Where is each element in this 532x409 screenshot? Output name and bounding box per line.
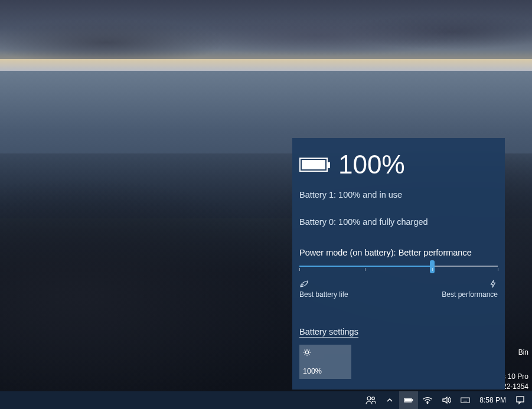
svg-rect-22 <box>517 397 524 402</box>
leaf-icon <box>299 280 309 288</box>
battery-tray-icon[interactable] <box>399 391 418 409</box>
svg-line-7 <box>305 354 305 355</box>
battery-0-status: Battery 0: 100% and fully charged <box>299 217 498 227</box>
brightness-icon <box>303 348 311 356</box>
svg-line-8 <box>309 350 309 351</box>
taskbar: 8:58 PM <box>0 391 532 409</box>
svg-point-10 <box>372 397 375 400</box>
power-mode-slider[interactable] <box>299 266 498 267</box>
brightness-value: 100% <box>303 367 348 375</box>
recycle-bin-label[interactable]: Bin <box>518 348 528 356</box>
brightness-tile[interactable]: 100% <box>299 345 351 379</box>
bolt-icon <box>488 280 498 288</box>
slider-left-label: Best battery life <box>299 280 348 299</box>
svg-line-5 <box>305 350 305 351</box>
svg-line-6 <box>309 354 309 355</box>
best-performance-label: Best performance <box>442 290 498 299</box>
slider-right-label: Best performance <box>442 280 498 299</box>
battery-1-status: Battery 1: 100% and in use <box>299 190 498 199</box>
action-center-icon[interactable] <box>511 391 530 409</box>
power-mode-label: Power mode (on battery): Better performa… <box>299 248 498 257</box>
windows-build-text: 22-1354 <box>502 382 528 391</box>
battery-settings-link[interactable]: Battery settings <box>299 327 358 338</box>
keyboard-icon[interactable] <box>456 391 475 409</box>
battery-flyout: 100% Battery 1: 100% and in use Battery … <box>292 138 505 390</box>
svg-point-0 <box>305 351 308 354</box>
system-tray: 8:58 PM <box>361 391 530 409</box>
windows-edition-text: s 10 Pro <box>502 372 528 381</box>
svg-point-14 <box>427 403 428 404</box>
battery-percent: 100% <box>338 150 405 179</box>
svg-point-9 <box>367 397 371 400</box>
people-icon[interactable] <box>361 391 380 409</box>
battery-header: 100% <box>299 150 498 179</box>
volume-icon[interactable] <box>437 391 456 409</box>
battery-large-icon <box>299 158 328 172</box>
svg-rect-12 <box>412 400 413 401</box>
svg-rect-15 <box>461 398 469 403</box>
svg-rect-13 <box>405 399 411 401</box>
wifi-icon[interactable] <box>418 391 437 409</box>
chevron-up-icon[interactable] <box>380 391 399 409</box>
taskbar-clock[interactable]: 8:58 PM <box>475 396 511 404</box>
best-battery-label: Best battery life <box>299 290 348 299</box>
